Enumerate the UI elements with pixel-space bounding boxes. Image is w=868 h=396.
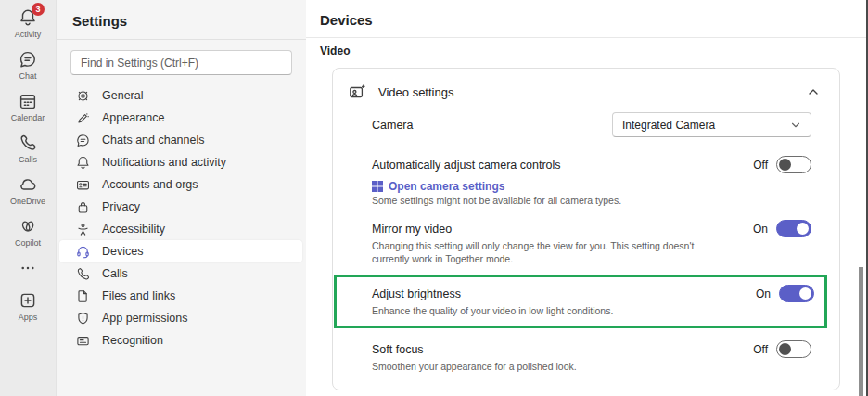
rail-item-label: Calls bbox=[19, 155, 37, 164]
chevron-up-icon[interactable] bbox=[806, 84, 821, 99]
wand-icon bbox=[75, 110, 91, 126]
mirror-video-toggle-state: On bbox=[753, 223, 768, 236]
sidebar-item-accessibility[interactable]: Accessibility bbox=[59, 218, 302, 240]
shield-icon bbox=[75, 311, 91, 326]
adjust-brightness-highlight: Adjust brightness On Enhance the quality… bbox=[334, 275, 827, 328]
bell-icon: 3 bbox=[18, 7, 38, 28]
settings-search-input[interactable] bbox=[70, 50, 292, 75]
sidebar-item-label: App permissions bbox=[102, 312, 187, 325]
sidebar-item-label: Files and links bbox=[102, 289, 175, 302]
camera-select-value: Integrated Camera bbox=[622, 119, 715, 132]
sidebar-item-label: Notifications and activity bbox=[102, 156, 226, 169]
camera-select[interactable]: Integrated Camera bbox=[612, 112, 811, 137]
activity-badge: 3 bbox=[32, 3, 45, 16]
open-camera-settings-link[interactable]: Open camera settings bbox=[389, 180, 504, 193]
rail-item-calls[interactable]: Calls bbox=[2, 133, 54, 164]
id-card-icon bbox=[75, 177, 91, 193]
auto-adjust-toggle[interactable] bbox=[776, 156, 811, 173]
auto-adjust-row: Automatically adjust camera controls Off… bbox=[333, 156, 839, 206]
sidebar-item-accounts-and-orgs[interactable]: Accounts and orgs bbox=[59, 173, 302, 196]
sidebar-item-label: Accessibility bbox=[102, 223, 165, 236]
sidebar-item-recognition[interactable]: Recognition bbox=[59, 329, 302, 351]
rail-item-label: Copilot bbox=[15, 238, 41, 248]
search-wrap bbox=[57, 40, 306, 83]
lock-icon bbox=[75, 199, 91, 215]
mirror-video-subtitle: Changing this setting will only change t… bbox=[372, 239, 811, 265]
rail-item-label: Activity bbox=[15, 30, 42, 39]
sidebar-item-privacy[interactable]: Privacy bbox=[59, 196, 302, 218]
app-rail: 3ActivityChatCalendarCallsOneDriveCopilo… bbox=[0, 0, 56, 396]
auto-adjust-toggle-state: Off bbox=[753, 159, 768, 172]
recognition-icon bbox=[75, 333, 91, 349]
sidebar-item-notifications-and-activity[interactable]: Notifications and activity bbox=[59, 151, 302, 173]
camera-label: Camera bbox=[372, 119, 413, 132]
rail-item-label: Chat bbox=[19, 71, 36, 81]
sidebar-item-label: Calls bbox=[102, 267, 128, 280]
soft-focus-toggle[interactable] bbox=[776, 340, 811, 358]
bell-icon bbox=[75, 155, 91, 171]
rail-item-copilot[interactable]: Copilot bbox=[2, 216, 54, 248]
auto-adjust-title: Automatically adjust camera controls bbox=[372, 158, 561, 172]
sidebar-item-devices[interactable]: Devices bbox=[59, 240, 302, 262]
auto-adjust-hint: Some settings might not be available for… bbox=[372, 195, 811, 206]
camera-row: Camera Integrated Camera bbox=[333, 101, 839, 137]
mirror-video-toggle[interactable] bbox=[776, 220, 811, 237]
sidebar-item-label: Devices bbox=[102, 245, 143, 258]
sidebar-item-label: Recognition bbox=[102, 334, 163, 347]
sidebar-item-files-and-links[interactable]: Files and links bbox=[59, 285, 302, 307]
sidebar-item-label: Accounts and orgs bbox=[102, 178, 198, 191]
adjust-brightness-subtitle: Enhance the quality of your video in low… bbox=[372, 304, 814, 317]
mirror-video-title: Mirror my video bbox=[372, 222, 452, 236]
apps-icon bbox=[18, 290, 38, 311]
sidebar-item-label: Appearance bbox=[102, 111, 164, 124]
teams-settings-window: 3ActivityChatCalendarCallsOneDriveCopilo… bbox=[0, 0, 868, 396]
sidebar-item-chats-and-channels[interactable]: Chats and channels bbox=[59, 129, 302, 151]
sidebar-item-label: Chats and channels bbox=[102, 134, 205, 147]
video-settings-label: Video settings bbox=[378, 85, 806, 99]
soft-focus-row: Soft focus Off Smoothen your appearance … bbox=[333, 340, 839, 373]
soft-focus-subtitle: Smoothen your appearance for a polished … bbox=[372, 360, 811, 373]
headset-icon bbox=[75, 244, 91, 260]
calendar-icon bbox=[18, 91, 38, 111]
rail-item-onedrive[interactable]: OneDrive bbox=[2, 174, 54, 206]
adjust-brightness-toggle-state: On bbox=[756, 287, 771, 300]
adjust-brightness-toggle[interactable] bbox=[779, 285, 814, 302]
video-section-label: Video bbox=[306, 38, 866, 57]
video-settings-icon bbox=[348, 83, 366, 101]
chat-icon bbox=[75, 133, 91, 148]
adjust-brightness-title: Adjust brightness bbox=[372, 287, 461, 301]
sidebar-item-general[interactable]: General bbox=[59, 84, 302, 107]
chevron-down-icon bbox=[789, 119, 802, 132]
vertical-scrollbar[interactable] bbox=[859, 267, 863, 396]
sidebar-item-app-permissions[interactable]: App permissions bbox=[59, 307, 302, 329]
sidebar-item-calls[interactable]: Calls bbox=[59, 262, 302, 285]
file-icon bbox=[75, 288, 91, 304]
video-settings-card: Video settings Camera Integrated Camera bbox=[332, 68, 840, 390]
rail-item-label: Calendar bbox=[11, 113, 45, 122]
sidebar-item-appearance[interactable]: Appearance bbox=[59, 107, 302, 129]
copilot-icon bbox=[18, 216, 38, 236]
soft-focus-toggle-state: Off bbox=[753, 343, 768, 356]
mirror-video-row: Mirror my video On Changing this setting… bbox=[333, 220, 839, 265]
gear-icon bbox=[75, 88, 91, 104]
soft-focus-title: Soft focus bbox=[372, 342, 424, 357]
settings-sidebar: Settings GeneralAppearanceChats and chan… bbox=[56, 0, 306, 396]
sidebar-item-label: General bbox=[102, 89, 143, 102]
phone-icon bbox=[18, 133, 38, 153]
rail-item-activity[interactable]: 3Activity bbox=[2, 7, 54, 39]
sidebar-item-label: Privacy bbox=[102, 200, 140, 213]
settings-nav: GeneralAppearanceChats and channelsNotif… bbox=[57, 83, 306, 351]
devices-panel: Devices Video Video settings bbox=[306, 0, 866, 396]
rail-item-calendar[interactable]: Calendar bbox=[2, 91, 54, 122]
page-title: Devices bbox=[306, 0, 866, 37]
video-settings-header[interactable]: Video settings bbox=[333, 69, 839, 101]
rail-item-chat[interactable]: Chat bbox=[2, 49, 54, 81]
rail-item-apps[interactable]: Apps bbox=[2, 290, 54, 322]
phone-icon bbox=[75, 266, 91, 282]
cloud-icon bbox=[18, 174, 38, 195]
more-icon bbox=[18, 258, 38, 278]
windows-logo-icon bbox=[372, 181, 383, 192]
rail-item-more[interactable] bbox=[2, 258, 54, 280]
sidebar-title: Settings bbox=[57, 0, 306, 39]
rail-item-label: Apps bbox=[19, 313, 38, 322]
